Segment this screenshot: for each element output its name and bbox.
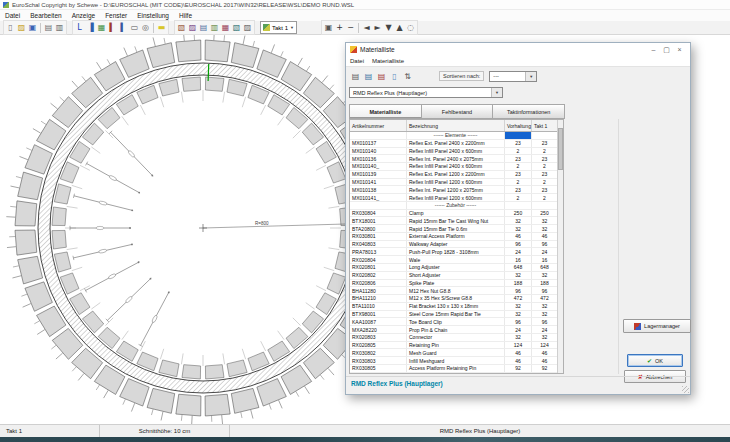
table-row[interactable]: RX030801External Access Platform4646: [350, 233, 557, 241]
formwork-edit-icon[interactable]: ▨: [187, 22, 198, 33]
table-row[interactable]: ------ Zubehör ------: [350, 202, 557, 210]
frame-icon[interactable]: ▭: [129, 22, 140, 33]
elements-icon[interactable]: ▦: [96, 22, 107, 33]
close-icon[interactable]: ×: [673, 46, 686, 54]
table-row[interactable]: MX010140_Reflex Infill Panel 2400 x 600m…: [350, 163, 557, 171]
table-row[interactable]: KAA10087Toe Board Clip9696: [350, 318, 557, 326]
tab-taktinformationen[interactable]: Taktinformationen: [492, 104, 565, 119]
table-row[interactable]: MX010139Reflex Ext. Panel 1200 x 2200mm2…: [350, 171, 557, 179]
formwork-export-icon[interactable]: ▨: [242, 22, 253, 33]
table-row[interactable]: RX030803Infill Meshguard4646: [350, 357, 557, 365]
copy-icon[interactable]: ▯: [389, 71, 400, 82]
new-icon[interactable]: ▯: [5, 22, 16, 33]
zoom-out-icon[interactable]: −: [345, 22, 356, 33]
save-icon[interactable]: ▣: [27, 22, 38, 33]
table-row[interactable]: RX020806Spike Plate188188: [350, 280, 557, 288]
table-row[interactable]: BTA11010Flat Bracket 130 x 130 x 18mm323…: [350, 303, 557, 311]
cell-takt1: 16: [532, 256, 557, 263]
menu-fenster[interactable]: Fenster: [100, 12, 132, 19]
table-row[interactable]: RX030802Mesh Guard4646: [350, 349, 557, 357]
zoom-in-icon[interactable]: +: [334, 22, 345, 33]
table-row[interactable]: ------ Elemente ------: [350, 132, 557, 140]
cell-bezeichnung: ------ Zubehör ------: [407, 202, 505, 209]
dialog-menu-datei[interactable]: Datei: [346, 58, 368, 64]
takt-select[interactable]: Takt 1 ▼: [260, 21, 297, 34]
minimize-icon[interactable]: –: [647, 46, 660, 54]
yellow-line-icon[interactable]: ▬: [156, 22, 167, 33]
formwork-check-icon[interactable]: ▦: [220, 22, 231, 33]
col-bezeichnung[interactable]: Bezeichnung: [407, 120, 505, 131]
formwork-assign-icon[interactable]: ▧: [176, 22, 187, 33]
print-preview-icon[interactable]: ▥: [54, 22, 65, 33]
table-row[interactable]: RX030805Access Platform Retaining Pin929…: [350, 365, 557, 373]
table-row[interactable]: MX010137Reflex Ext. Panel 2400 x 2200mm2…: [350, 140, 557, 148]
ok-button[interactable]: ✔ OK: [627, 354, 683, 367]
formwork-list-icon[interactable]: ▤: [198, 22, 209, 33]
catalog-select[interactable]: RMD Reflex Plus (Hauptlager) ▼: [349, 87, 503, 98]
maximize-icon[interactable]: ▢: [660, 46, 673, 54]
pan-down-icon[interactable]: ▼: [383, 22, 394, 33]
wall-mode-icon[interactable]: L: [74, 22, 85, 33]
cell-bezeichnung: Rapid 15mm Bar Tie 0.6m: [407, 225, 505, 232]
overview-icon[interactable]: ▣: [323, 22, 334, 33]
menu-anzeige[interactable]: Anzeige: [67, 12, 101, 19]
menu-bearbeiten[interactable]: Bearbeiten: [25, 12, 66, 19]
cycle-red-icon[interactable]: ▍: [107, 22, 118, 33]
table-scrollbar[interactable]: [557, 120, 563, 373]
table-row[interactable]: MX010141Reflex Infill Panel 1200 x 600mm…: [350, 179, 557, 187]
print-icon[interactable]: ▤: [350, 71, 361, 82]
table-row[interactable]: RX040803Walkway Adapter9696: [350, 241, 557, 249]
table-row[interactable]: MX010138Reflex Int. Panel 1200 x 2075mm2…: [350, 186, 557, 194]
dialog-titlebar[interactable]: Materialliste – ▢ ×: [346, 43, 690, 56]
table-row[interactable]: MX010140Reflex Infill Panel 2400 x 600mm…: [350, 148, 557, 156]
cell-takt1: 46: [532, 357, 557, 364]
formwork-cycle-icon[interactable]: ▧: [231, 22, 242, 33]
table-row[interactable]: BTA20800Rapid 15mm Bar Tie 0.6m3232: [350, 225, 557, 233]
table-row[interactable]: BTX98001Steel Cone 15mm Rapid Bar Tie323…: [350, 311, 557, 319]
menu-hilfe[interactable]: Hilfe: [174, 12, 197, 19]
zoom-window-icon[interactable]: ◎: [140, 22, 151, 33]
scrollbar-thumb[interactable]: [558, 128, 563, 170]
table-row[interactable]: RX020802Short Adjuster3232: [350, 272, 557, 280]
pan-right-icon[interactable]: ►: [372, 22, 383, 33]
table-row[interactable]: RX030804Clamp250250: [350, 210, 557, 218]
table-row[interactable]: RX020805Retaining Pin124124: [350, 342, 557, 350]
sort-by-select[interactable]: --- ▼: [489, 71, 537, 82]
pan-up-icon[interactable]: ▲: [394, 22, 405, 33]
selected-cell: [505, 132, 532, 139]
tab-fehlbestand[interactable]: Fehlbestand: [421, 104, 494, 119]
table-row[interactable]: RX020801Long Adjuster648648: [350, 264, 557, 272]
table-row[interactable]: MX010136Reflex Int. Panel 2400 x 2075mm2…: [350, 155, 557, 163]
menu-einstellung[interactable]: Einstellung: [132, 12, 174, 19]
cell-vorhaltung: 472: [505, 295, 532, 302]
table-row[interactable]: BHA11210M12 x 35 Hex S/Screw G8.8472472: [350, 295, 557, 303]
print-icon[interactable]: ▤: [43, 22, 54, 33]
col-vorhaltung[interactable]: Vorhaltung: [505, 120, 532, 131]
table-row[interactable]: MX010141_Reflex Infill Panel 1200 x 600m…: [350, 194, 557, 202]
formwork-panel-icon[interactable]: ▥: [209, 22, 220, 33]
col-takt1[interactable]: Takt 1: [532, 120, 557, 131]
print-list-icon[interactable]: ▤: [363, 71, 374, 82]
catalog-footer-label: RMD Reflex Plus (Hauptlager): [351, 380, 443, 387]
sort-icon[interactable]: ⇅: [402, 71, 413, 82]
tab-materialliste[interactable]: Materialliste: [349, 104, 422, 119]
lagermanager-button[interactable]: Lagermanager: [623, 319, 691, 333]
panel-view-icon[interactable]: ▐: [85, 22, 96, 33]
table-row[interactable]: RX020803Connector3232: [350, 334, 557, 342]
cycle-blue-icon[interactable]: ▍: [118, 22, 129, 33]
table-row[interactable]: BHA11280M12 Hex Nut G8.89696: [350, 287, 557, 295]
table-row[interactable]: MXA28220Prop Pin & Chain2424: [350, 326, 557, 334]
status-takt: Takt 1: [0, 425, 100, 437]
resize-grip[interactable]: [682, 386, 689, 393]
pan-left-icon[interactable]: ◄: [361, 22, 372, 33]
table-row[interactable]: PRA78013Push-Pull Prop 1828 - 3108mm2424: [350, 248, 557, 256]
zoom-lens-icon[interactable]: ◌: [405, 22, 416, 33]
cell-artikelnummer: MX010141_: [350, 194, 407, 201]
menu-datei[interactable]: Datei: [0, 12, 25, 19]
print-export-icon[interactable]: ▤: [376, 71, 387, 82]
table-row[interactable]: RX020804Wale1616: [350, 256, 557, 264]
col-artikelnummer[interactable]: Artikelnummer: [350, 120, 407, 131]
table-row[interactable]: BTX18001Rapid 15mm Bar Tie Cast Wing Nut…: [350, 217, 557, 225]
open-icon[interactable]: ▨: [16, 22, 27, 33]
dialog-menu-materialliste[interactable]: Materialliste: [368, 58, 408, 64]
